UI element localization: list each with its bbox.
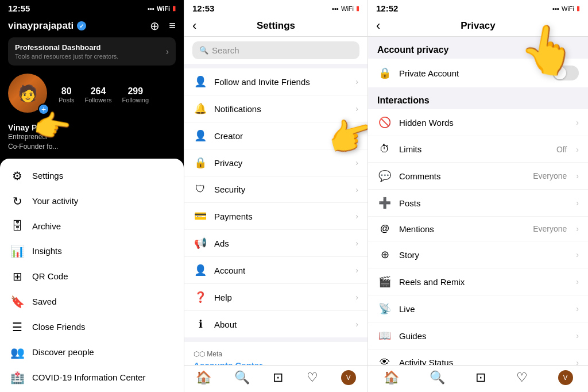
about-icon: ℹ	[194, 318, 207, 330]
menu-item-covid[interactable]: 🏥 COVID-19 Information Center	[0, 365, 184, 390]
reels-item[interactable]: 🎬 Reels and Remix ›	[368, 268, 588, 295]
covid-icon: 🏥	[10, 371, 24, 385]
story-item[interactable]: ⊕ Story ›	[368, 241, 588, 268]
time-1: 12:55	[8, 3, 30, 13]
guides-label: Guides	[399, 331, 569, 341]
story-label: Story	[399, 250, 569, 260]
chevron-mentions: ›	[576, 224, 579, 233]
archive-label: Archive	[32, 221, 61, 231]
heart-icon-3[interactable]: ♡	[516, 370, 528, 385]
activity-icon: ↻	[10, 194, 24, 208]
privacy-list: Account privacy 🔒 Private Account Intera…	[368, 37, 588, 365]
username: vinayprajapati	[8, 20, 74, 32]
account-icon: 👤	[194, 264, 207, 276]
chevron-reels: ›	[576, 277, 579, 286]
privacy-title: Privacy	[461, 20, 496, 32]
following-count: 299	[122, 86, 149, 97]
back-button-settings[interactable]: ‹	[192, 18, 196, 33]
menu-item-qr-code[interactable]: ⊞ QR Code	[0, 264, 184, 289]
guides-icon: 📖	[377, 329, 392, 342]
wifi-icon-2: WiFi	[341, 5, 354, 12]
comments-item[interactable]: 💬 Comments Everyone ›	[368, 163, 588, 190]
menu-item-discover[interactable]: 👥 Discover people	[0, 340, 184, 365]
battery-icon-2: ▮	[356, 5, 359, 12]
activity-status-item[interactable]: 👁 Activity Status ›	[368, 349, 588, 365]
live-item[interactable]: 📡 Live ›	[368, 295, 588, 322]
interactions-header: Interactions	[368, 87, 588, 109]
reels-icon-3[interactable]: ⊡	[475, 370, 486, 385]
following-stat: 299 Following	[122, 86, 149, 103]
guides-item[interactable]: 📖 Guides ›	[368, 322, 588, 349]
bottom-nav-3: 🏠 🔍 ⊡ ♡ V	[368, 365, 588, 392]
home-icon-2[interactable]: 🏠	[196, 370, 211, 385]
chevron-about: ›	[355, 320, 358, 329]
privacy-label: Privacy	[214, 158, 349, 168]
accounts-center-link[interactable]: Accounts Center	[194, 360, 358, 365]
posts-count: 80	[59, 86, 75, 97]
saved-label: Saved	[32, 297, 57, 306]
settings-item-follow[interactable]: 👤 Follow and Invite Friends ›	[184, 68, 368, 95]
reels-icon-2[interactable]: ⊡	[273, 370, 283, 385]
saved-icon: 🔖	[10, 295, 24, 309]
username-row: vinayprajapati ✓	[8, 20, 86, 32]
heart-icon-2[interactable]: ♡	[307, 370, 318, 385]
settings-item-payments[interactable]: 💳 Payments ›	[184, 203, 368, 230]
settings-item-security[interactable]: 🛡 Security ›	[184, 176, 368, 203]
chevron-follow: ›	[355, 77, 358, 86]
menu-item-saved[interactable]: 🔖 Saved	[0, 289, 184, 314]
hidden-words-item[interactable]: 🚫 Hidden Words ›	[368, 109, 588, 136]
chevron-posts: ›	[576, 198, 579, 207]
back-button-privacy[interactable]: ‹	[376, 18, 380, 33]
profile-header: vinayprajapati ✓ ⊕ ≡	[0, 16, 184, 37]
privacy-icon: 🔒	[194, 156, 207, 169]
verified-badge: ✓	[77, 21, 86, 30]
chevron-security: ›	[355, 185, 358, 194]
close-friends-label: Close Friends	[32, 322, 86, 332]
posts-item[interactable]: ➕ Posts ›	[368, 190, 588, 217]
status-icons-1: ▪▪▪ WiFi ▮	[148, 5, 176, 12]
limits-value: Off	[556, 145, 567, 154]
search-icon: 🔍	[199, 46, 208, 55]
search-icon-2[interactable]: 🔍	[234, 370, 250, 385]
search-container: 🔍 Search	[184, 37, 368, 64]
chevron-help: ›	[355, 293, 358, 302]
chevron-guides: ›	[576, 331, 579, 340]
time-2: 12:53	[192, 3, 214, 13]
comments-icon: 💬	[377, 170, 392, 182]
limits-item[interactable]: ⏱ Limits Off ›	[368, 136, 588, 163]
bottom-nav-2: 🏠 🔍 ⊡ ♡ V	[184, 365, 368, 392]
menu-item-insights[interactable]: 📊 Insights	[0, 239, 184, 264]
reels-label: Reels and Remix	[399, 277, 569, 287]
search-icon-3[interactable]: 🔍	[430, 370, 445, 385]
menu-item-settings[interactable]: ⚙ Settings	[0, 163, 184, 189]
settings-item-help[interactable]: ❓ Help ›	[184, 284, 368, 311]
professional-dashboard-banner[interactable]: Professional Dashboard Tools and resourc…	[8, 37, 176, 66]
activity-label: Your activity	[32, 196, 78, 206]
signal-icon-3: ▪▪▪	[552, 5, 559, 12]
limits-label: Limits	[399, 144, 550, 154]
status-icons-3: ▪▪▪ WiFi ▮	[552, 5, 580, 12]
menu-item-close-friends[interactable]: ☰ Close Friends	[0, 314, 184, 340]
profile-avatar-icon-2[interactable]: V	[341, 370, 356, 385]
add-post-icon[interactable]: ⊕	[150, 19, 160, 33]
settings-nav-bar: ‹ Settings	[184, 16, 368, 37]
settings-item-about[interactable]: ℹ About ›	[184, 311, 368, 337]
menu-hamburger-icon[interactable]: ≡	[169, 19, 176, 33]
settings-item-ads[interactable]: 📢 Ads ›	[184, 230, 368, 257]
mentions-label: Mentions	[399, 224, 526, 234]
panel-settings: 12:53 ▪▪▪ WiFi ▮ ‹ Settings 🔍 Search 👤 F…	[184, 0, 368, 392]
wifi-icon-3: WiFi	[562, 5, 574, 12]
mentions-item[interactable]: @ Mentions Everyone ›	[368, 217, 588, 241]
profile-avatar-icon-3[interactable]: V	[558, 370, 573, 385]
payments-label: Payments	[214, 212, 349, 221]
home-icon-3[interactable]: 🏠	[384, 370, 399, 385]
settings-section-main: 👤 Follow and Invite Friends › 🔔 Notifica…	[184, 68, 368, 337]
menu-item-archive[interactable]: 🗄 Archive	[0, 214, 184, 239]
search-bar[interactable]: 🔍 Search	[192, 41, 359, 59]
settings-item-account[interactable]: 👤 Account ›	[184, 257, 368, 284]
chevron-limits: ›	[576, 145, 579, 154]
settings-list: 👤 Follow and Invite Friends › 🔔 Notifica…	[184, 64, 368, 365]
notifications-label: Notifications	[214, 104, 349, 114]
qr-label: QR Code	[32, 271, 68, 281]
menu-item-your-activity[interactable]: ↻ Your activity	[0, 189, 184, 214]
